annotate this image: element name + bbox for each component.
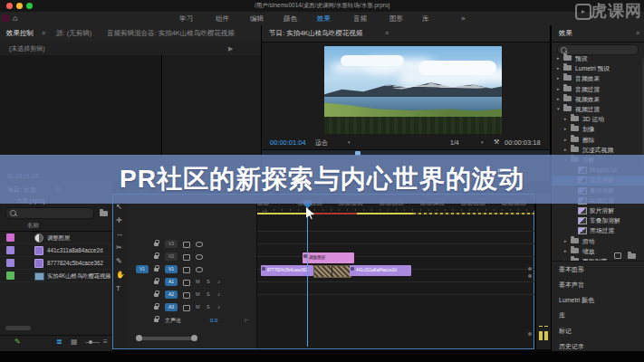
track-target-badge-v3[interactable]: V3 bbox=[165, 240, 178, 248]
effects-tree-item[interactable]: 视频效果 bbox=[575, 97, 600, 103]
project-search-input[interactable] bbox=[5, 207, 94, 219]
workspace-overflow-icon[interactable]: » bbox=[461, 15, 465, 23]
effects-search-input[interactable] bbox=[557, 44, 639, 55]
project-writable-icon[interactable]: ✎ bbox=[14, 338, 21, 346]
tree-arrow-icon[interactable]: ▸ bbox=[564, 239, 567, 243]
new-folder-icon[interactable] bbox=[628, 253, 636, 259]
effects-tree-item[interactable]: 音频过渡 bbox=[575, 87, 600, 93]
voiceover-mic-icon[interactable]: ♪ bbox=[217, 304, 220, 310]
stacked-tab-4[interactable]: 库 bbox=[552, 308, 644, 324]
track-target-badge-a1[interactable]: A1 bbox=[165, 278, 178, 286]
effects-tree-item[interactable]: 黑场过渡 bbox=[590, 228, 614, 234]
tree-arrow-icon[interactable]: ▸ bbox=[557, 66, 560, 71]
tree-arrow-icon[interactable]: ▸ bbox=[564, 148, 567, 152]
source-patch-badge[interactable]: V1 bbox=[136, 265, 149, 273]
track-lock-icon[interactable] bbox=[154, 293, 159, 297]
project-scrollbar[interactable] bbox=[5, 326, 31, 330]
vertical-scroll-dot[interactable] bbox=[528, 267, 532, 271]
track-sync-lock-icon[interactable] bbox=[183, 292, 190, 299]
effects-tree-item[interactable]: 视频过渡 bbox=[575, 107, 600, 113]
vertical-scroll-dot[interactable] bbox=[528, 274, 532, 278]
workspace-tab-7[interactable]: 图形 bbox=[389, 15, 403, 23]
label-color-chip[interactable] bbox=[6, 259, 14, 267]
track-sync-lock-icon[interactable] bbox=[183, 254, 190, 261]
tree-arrow-icon[interactable]: ▸ bbox=[557, 76, 560, 81]
tree-arrow-icon[interactable]: ▸ bbox=[557, 87, 560, 91]
list-view-icon[interactable]: ≣ bbox=[56, 338, 62, 346]
effects-tree-item[interactable]: 滑动 bbox=[582, 239, 595, 245]
tab-effects[interactable]: 效果 bbox=[559, 30, 572, 37]
project-item-name[interactable]: 调整图层 bbox=[47, 235, 70, 241]
toggle-track-output-eye-icon[interactable] bbox=[196, 267, 203, 272]
tab-audio-clip-mixer[interactable]: 音频剪辑混合器: 实拍4K山楂鸟吃樱花视频 bbox=[107, 30, 235, 37]
track-lock-icon[interactable] bbox=[154, 243, 159, 246]
workspace-tab-8[interactable]: 库 bbox=[422, 15, 429, 23]
scrollbar-handle-right[interactable] bbox=[191, 335, 197, 341]
track-target-badge-a2[interactable]: A2 bbox=[165, 291, 178, 299]
clip-adjustment-layer[interactable]: 调整图层 bbox=[303, 252, 354, 263]
mute-button[interactable]: M bbox=[196, 280, 200, 285]
project-more-icon[interactable]: ≡ bbox=[103, 338, 108, 346]
tree-arrow-icon[interactable]: ▸ bbox=[564, 138, 567, 142]
voiceover-mic-icon[interactable]: ♪ bbox=[217, 279, 220, 284]
icon-view-icon[interactable]: ▦ bbox=[71, 338, 78, 346]
track-lock-icon[interactable] bbox=[154, 268, 159, 272]
effects-tree-item[interactable]: 预设 bbox=[575, 56, 588, 62]
workspace-tab-5[interactable]: 效果 bbox=[317, 15, 331, 23]
clip-v1-first[interactable]: 8777824c5b4cace362 bbox=[261, 265, 313, 276]
toggle-track-output-eye-icon[interactable] bbox=[196, 242, 203, 247]
tree-arrow-icon[interactable]: ▸ bbox=[557, 56, 560, 61]
track-sync-lock-icon[interactable] bbox=[183, 267, 190, 273]
workspace-tab-1[interactable]: 学习 bbox=[179, 15, 193, 23]
program-panel-menu-icon[interactable]: ≡ bbox=[385, 30, 389, 36]
master-lock-icon[interactable] bbox=[154, 319, 159, 322]
pen-tool[interactable]: ✎ bbox=[116, 258, 122, 265]
effects-tree-item[interactable]: 音频效果 bbox=[575, 76, 600, 82]
stacked-tab-1[interactable]: 基本图形 bbox=[552, 262, 644, 278]
effects-tree-item[interactable]: 胶片溶解 bbox=[590, 208, 614, 214]
track-target-badge-v2[interactable]: V2 bbox=[165, 252, 178, 261]
playback-resolution-caret-icon[interactable]: ▾ bbox=[481, 140, 484, 145]
track-lock-icon[interactable] bbox=[154, 255, 159, 259]
name-column-header[interactable]: 名称 bbox=[27, 223, 39, 229]
track-target-badge-a3[interactable]: A3 bbox=[165, 303, 178, 311]
type-tool[interactable]: T bbox=[116, 285, 120, 292]
label-color-chip[interactable] bbox=[6, 272, 14, 280]
playback-resolution-select[interactable]: 1/4 bbox=[450, 139, 459, 146]
zoom-level-select[interactable]: 适合 bbox=[315, 139, 328, 146]
expand-arrow-icon[interactable]: ▶ bbox=[228, 45, 233, 52]
label-color-chip[interactable] bbox=[6, 233, 14, 242]
vertical-scroll-dot[interactable] bbox=[528, 332, 532, 336]
zoom-slider[interactable] bbox=[85, 342, 100, 343]
program-overflow-icon[interactable]: » bbox=[497, 167, 502, 175]
track-select-tool[interactable]: ✛ bbox=[116, 217, 122, 224]
solo-button[interactable]: S bbox=[207, 280, 210, 285]
cross-dissolve-transition[interactable] bbox=[313, 265, 351, 278]
project-item-name[interactable]: 8777824c5b4cace362 bbox=[47, 261, 103, 266]
tree-arrow-icon[interactable]: ▸ bbox=[564, 117, 567, 121]
project-folder-icon[interactable] bbox=[100, 211, 108, 216]
effects-tree-item[interactable]: 划像 bbox=[582, 127, 595, 133]
timeline-zoom-scrollbar[interactable] bbox=[139, 337, 193, 340]
project-item-name[interactable]: 441c311a8a84acce2d bbox=[47, 248, 103, 253]
mute-button[interactable]: M bbox=[196, 305, 200, 310]
razor-tool[interactable]: ✂ bbox=[116, 244, 122, 252]
workspace-tab-4[interactable]: 颜色 bbox=[284, 15, 297, 23]
master-end-icon[interactable]: ⊢ bbox=[245, 318, 249, 323]
stacked-tab-3[interactable]: Lumetri 颜色 bbox=[552, 292, 644, 309]
toggle-track-output-eye-icon[interactable] bbox=[196, 254, 203, 260]
tree-arrow-icon[interactable]: ▸ bbox=[564, 127, 567, 131]
tree-arrow-icon[interactable]: ▸ bbox=[557, 97, 560, 101]
label-color-chip[interactable] bbox=[6, 246, 14, 254]
hand-tool[interactable]: ✋ bbox=[116, 272, 125, 279]
effects-tree-item[interactable]: 3D 运动 bbox=[582, 117, 604, 123]
workspace-tab-3[interactable]: 编辑 bbox=[250, 15, 264, 23]
tab-effect-controls[interactable]: 效果控制 bbox=[6, 30, 34, 37]
ripple-edit-tool[interactable]: ↔ bbox=[116, 231, 123, 238]
track-sync-lock-icon[interactable] bbox=[183, 280, 190, 286]
new-custom-bin-icon[interactable] bbox=[614, 252, 621, 259]
workspace-tab-6[interactable]: 音频 bbox=[353, 15, 367, 23]
settings-wrench-icon[interactable]: ⚒ bbox=[494, 138, 499, 145]
effects-panel-menu-icon[interactable]: ≡ bbox=[636, 30, 639, 36]
effects-tree-item[interactable]: Lumetri 预设 bbox=[575, 66, 610, 72]
